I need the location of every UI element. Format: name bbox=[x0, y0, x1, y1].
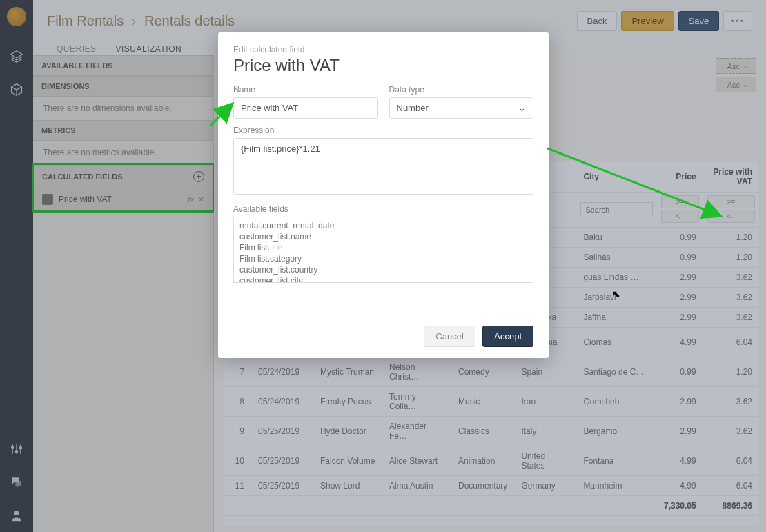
available-field-item[interactable]: customer_list.city bbox=[239, 275, 527, 283]
modal-title: Price with VAT bbox=[233, 56, 533, 75]
available-field-item[interactable]: rental.current_rental_date bbox=[239, 220, 527, 231]
edit-calculated-field-modal: Edit calculated field Price with VAT Nam… bbox=[218, 32, 549, 358]
datatype-value: Number bbox=[397, 103, 429, 113]
available-field-item[interactable]: Film list.category bbox=[239, 253, 527, 264]
cancel-button[interactable]: Cancel bbox=[424, 326, 475, 347]
available-fields-label: Available fields bbox=[233, 204, 533, 214]
expression-input[interactable] bbox=[233, 138, 533, 195]
available-fields-list[interactable]: rental.current_rental_datecustomer_list.… bbox=[233, 217, 533, 283]
chevron-down-icon: ⌄ bbox=[518, 103, 526, 113]
datatype-label: Data type bbox=[389, 85, 534, 95]
available-field-item[interactable]: Film list.title bbox=[239, 242, 527, 253]
available-field-item[interactable]: customer_list.country bbox=[239, 264, 527, 275]
available-field-item[interactable]: customer_list.name bbox=[239, 231, 527, 242]
accept-button[interactable]: Accept bbox=[482, 326, 533, 347]
name-input[interactable] bbox=[233, 97, 378, 119]
name-label: Name bbox=[233, 85, 378, 95]
datatype-select[interactable]: Number ⌄ bbox=[389, 97, 534, 119]
expression-label: Expression bbox=[233, 126, 533, 135]
modal-label: Edit calculated field bbox=[233, 45, 533, 55]
